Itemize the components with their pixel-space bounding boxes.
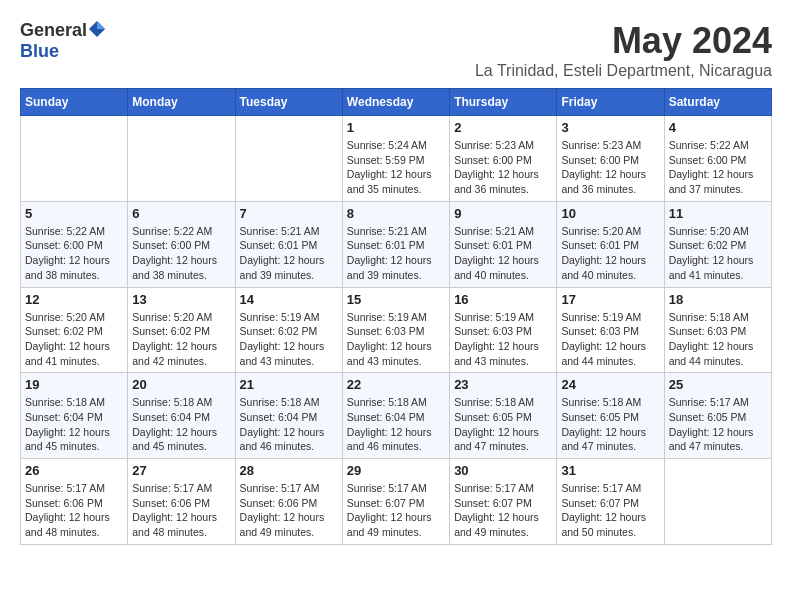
day-info: Sunrise: 5:23 AM Sunset: 6:00 PM Dayligh… xyxy=(454,138,552,197)
logo-icon xyxy=(89,21,105,41)
day-number: 7 xyxy=(240,206,338,221)
calendar-cell: 14Sunrise: 5:19 AM Sunset: 6:02 PM Dayli… xyxy=(235,287,342,373)
day-info: Sunrise: 5:22 AM Sunset: 6:00 PM Dayligh… xyxy=(669,138,767,197)
calendar-cell: 28Sunrise: 5:17 AM Sunset: 6:06 PM Dayli… xyxy=(235,459,342,545)
day-info: Sunrise: 5:23 AM Sunset: 6:00 PM Dayligh… xyxy=(561,138,659,197)
day-number: 25 xyxy=(669,377,767,392)
day-number: 16 xyxy=(454,292,552,307)
calendar-cell: 11Sunrise: 5:20 AM Sunset: 6:02 PM Dayli… xyxy=(664,201,771,287)
day-number: 23 xyxy=(454,377,552,392)
calendar-cell: 5Sunrise: 5:22 AM Sunset: 6:00 PM Daylig… xyxy=(21,201,128,287)
calendar-cell: 26Sunrise: 5:17 AM Sunset: 6:06 PM Dayli… xyxy=(21,459,128,545)
logo: General Blue xyxy=(20,20,105,62)
calendar-week-5: 26Sunrise: 5:17 AM Sunset: 6:06 PM Dayli… xyxy=(21,459,772,545)
calendar-cell: 17Sunrise: 5:19 AM Sunset: 6:03 PM Dayli… xyxy=(557,287,664,373)
day-number: 2 xyxy=(454,120,552,135)
day-number: 14 xyxy=(240,292,338,307)
day-info: Sunrise: 5:17 AM Sunset: 6:06 PM Dayligh… xyxy=(240,481,338,540)
day-info: Sunrise: 5:20 AM Sunset: 6:01 PM Dayligh… xyxy=(561,224,659,283)
day-number: 12 xyxy=(25,292,123,307)
calendar-cell: 22Sunrise: 5:18 AM Sunset: 6:04 PM Dayli… xyxy=(342,373,449,459)
day-info: Sunrise: 5:20 AM Sunset: 6:02 PM Dayligh… xyxy=(25,310,123,369)
day-number: 18 xyxy=(669,292,767,307)
calendar-cell: 23Sunrise: 5:18 AM Sunset: 6:05 PM Dayli… xyxy=(450,373,557,459)
day-number: 11 xyxy=(669,206,767,221)
day-header-wednesday: Wednesday xyxy=(342,89,449,116)
day-number: 8 xyxy=(347,206,445,221)
calendar-cell xyxy=(21,116,128,202)
calendar-week-4: 19Sunrise: 5:18 AM Sunset: 6:04 PM Dayli… xyxy=(21,373,772,459)
calendar-cell: 31Sunrise: 5:17 AM Sunset: 6:07 PM Dayli… xyxy=(557,459,664,545)
day-info: Sunrise: 5:18 AM Sunset: 6:04 PM Dayligh… xyxy=(347,395,445,454)
day-header-tuesday: Tuesday xyxy=(235,89,342,116)
svg-marker-1 xyxy=(97,21,105,29)
day-number: 19 xyxy=(25,377,123,392)
day-header-saturday: Saturday xyxy=(664,89,771,116)
day-number: 17 xyxy=(561,292,659,307)
calendar-cell xyxy=(128,116,235,202)
day-info: Sunrise: 5:20 AM Sunset: 6:02 PM Dayligh… xyxy=(132,310,230,369)
day-number: 27 xyxy=(132,463,230,478)
day-info: Sunrise: 5:18 AM Sunset: 6:03 PM Dayligh… xyxy=(669,310,767,369)
page-header: General Blue May 2024 La Trinidad, Estel… xyxy=(20,20,772,80)
calendar-cell: 6Sunrise: 5:22 AM Sunset: 6:00 PM Daylig… xyxy=(128,201,235,287)
day-number: 22 xyxy=(347,377,445,392)
calendar-week-2: 5Sunrise: 5:22 AM Sunset: 6:00 PM Daylig… xyxy=(21,201,772,287)
day-info: Sunrise: 5:19 AM Sunset: 6:03 PM Dayligh… xyxy=(561,310,659,369)
day-number: 31 xyxy=(561,463,659,478)
day-number: 24 xyxy=(561,377,659,392)
day-info: Sunrise: 5:18 AM Sunset: 6:04 PM Dayligh… xyxy=(25,395,123,454)
logo-general-text: General xyxy=(20,20,87,41)
day-header-friday: Friday xyxy=(557,89,664,116)
calendar-cell: 24Sunrise: 5:18 AM Sunset: 6:05 PM Dayli… xyxy=(557,373,664,459)
day-info: Sunrise: 5:17 AM Sunset: 6:07 PM Dayligh… xyxy=(454,481,552,540)
calendar-cell: 18Sunrise: 5:18 AM Sunset: 6:03 PM Dayli… xyxy=(664,287,771,373)
calendar-cell xyxy=(664,459,771,545)
calendar-week-1: 1Sunrise: 5:24 AM Sunset: 5:59 PM Daylig… xyxy=(21,116,772,202)
day-number: 26 xyxy=(25,463,123,478)
day-info: Sunrise: 5:17 AM Sunset: 6:07 PM Dayligh… xyxy=(561,481,659,540)
day-info: Sunrise: 5:21 AM Sunset: 6:01 PM Dayligh… xyxy=(240,224,338,283)
day-number: 9 xyxy=(454,206,552,221)
calendar-cell: 25Sunrise: 5:17 AM Sunset: 6:05 PM Dayli… xyxy=(664,373,771,459)
day-info: Sunrise: 5:18 AM Sunset: 6:04 PM Dayligh… xyxy=(132,395,230,454)
day-info: Sunrise: 5:20 AM Sunset: 6:02 PM Dayligh… xyxy=(669,224,767,283)
day-number: 15 xyxy=(347,292,445,307)
day-info: Sunrise: 5:21 AM Sunset: 6:01 PM Dayligh… xyxy=(347,224,445,283)
calendar-cell: 1Sunrise: 5:24 AM Sunset: 5:59 PM Daylig… xyxy=(342,116,449,202)
calendar-cell: 15Sunrise: 5:19 AM Sunset: 6:03 PM Dayli… xyxy=(342,287,449,373)
day-info: Sunrise: 5:17 AM Sunset: 6:05 PM Dayligh… xyxy=(669,395,767,454)
calendar-cell: 7Sunrise: 5:21 AM Sunset: 6:01 PM Daylig… xyxy=(235,201,342,287)
day-number: 4 xyxy=(669,120,767,135)
day-info: Sunrise: 5:22 AM Sunset: 6:00 PM Dayligh… xyxy=(25,224,123,283)
day-number: 20 xyxy=(132,377,230,392)
month-title: May 2024 xyxy=(475,20,772,62)
day-info: Sunrise: 5:18 AM Sunset: 6:05 PM Dayligh… xyxy=(561,395,659,454)
calendar-week-3: 12Sunrise: 5:20 AM Sunset: 6:02 PM Dayli… xyxy=(21,287,772,373)
calendar-cell: 10Sunrise: 5:20 AM Sunset: 6:01 PM Dayli… xyxy=(557,201,664,287)
calendar-cell: 29Sunrise: 5:17 AM Sunset: 6:07 PM Dayli… xyxy=(342,459,449,545)
calendar-cell xyxy=(235,116,342,202)
day-info: Sunrise: 5:18 AM Sunset: 6:05 PM Dayligh… xyxy=(454,395,552,454)
day-header-thursday: Thursday xyxy=(450,89,557,116)
day-number: 3 xyxy=(561,120,659,135)
day-info: Sunrise: 5:22 AM Sunset: 6:00 PM Dayligh… xyxy=(132,224,230,283)
calendar-header-row: SundayMondayTuesdayWednesdayThursdayFrid… xyxy=(21,89,772,116)
day-info: Sunrise: 5:24 AM Sunset: 5:59 PM Dayligh… xyxy=(347,138,445,197)
title-block: May 2024 La Trinidad, Esteli Department,… xyxy=(475,20,772,80)
day-number: 1 xyxy=(347,120,445,135)
day-info: Sunrise: 5:17 AM Sunset: 6:06 PM Dayligh… xyxy=(25,481,123,540)
calendar-cell: 13Sunrise: 5:20 AM Sunset: 6:02 PM Dayli… xyxy=(128,287,235,373)
calendar-cell: 4Sunrise: 5:22 AM Sunset: 6:00 PM Daylig… xyxy=(664,116,771,202)
day-number: 5 xyxy=(25,206,123,221)
day-number: 10 xyxy=(561,206,659,221)
calendar-cell: 27Sunrise: 5:17 AM Sunset: 6:06 PM Dayli… xyxy=(128,459,235,545)
day-header-sunday: Sunday xyxy=(21,89,128,116)
day-info: Sunrise: 5:17 AM Sunset: 6:06 PM Dayligh… xyxy=(132,481,230,540)
location-title: La Trinidad, Esteli Department, Nicaragu… xyxy=(475,62,772,80)
day-number: 6 xyxy=(132,206,230,221)
day-info: Sunrise: 5:17 AM Sunset: 6:07 PM Dayligh… xyxy=(347,481,445,540)
day-info: Sunrise: 5:19 AM Sunset: 6:03 PM Dayligh… xyxy=(454,310,552,369)
calendar-cell: 16Sunrise: 5:19 AM Sunset: 6:03 PM Dayli… xyxy=(450,287,557,373)
calendar-cell: 8Sunrise: 5:21 AM Sunset: 6:01 PM Daylig… xyxy=(342,201,449,287)
